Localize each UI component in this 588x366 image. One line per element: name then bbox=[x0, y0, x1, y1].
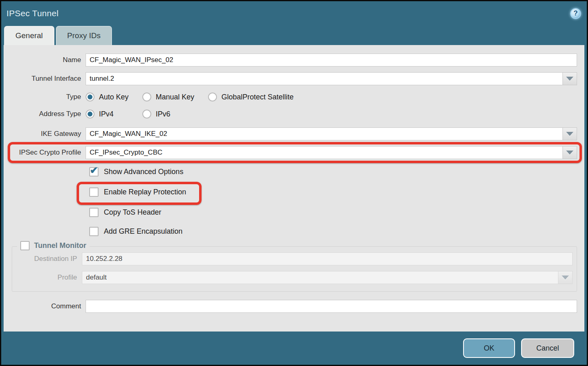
type-radio-group: Auto Key Manual Key GlobalProtect Satell… bbox=[86, 93, 294, 101]
destination-ip-label: Destination IP bbox=[16, 255, 82, 263]
add-gre-encapsulation-row: Add GRE Encapsulation bbox=[4, 226, 584, 237]
ok-button[interactable]: OK bbox=[463, 338, 515, 358]
tunnel-monitor-label: Tunnel Monitor bbox=[34, 241, 86, 250]
enable-replay-protection-label: Enable Replay Protection bbox=[104, 188, 186, 196]
profile-row: Profile bbox=[16, 271, 573, 284]
profile-input bbox=[82, 271, 558, 284]
destination-ip-row: Destination IP bbox=[16, 252, 573, 265]
tab-proxy-ids[interactable]: Proxy IDs bbox=[56, 26, 112, 45]
dialog-titlebar: IPSec Tunnel ? bbox=[1, 1, 587, 26]
chevron-down-icon bbox=[566, 77, 573, 81]
type-label: Type bbox=[4, 93, 86, 101]
address-type-radio-group: IPv4 IPv6 bbox=[86, 110, 170, 118]
name-label: Name bbox=[4, 56, 86, 64]
radio-ipv6[interactable]: IPv6 bbox=[142, 110, 170, 118]
radio-auto-key-label: Auto Key bbox=[99, 93, 129, 101]
address-type-row: Address Type IPv4 IPv6 bbox=[4, 110, 584, 118]
radio-circle-icon bbox=[86, 93, 94, 101]
tunnel-monitor-checkbox[interactable] bbox=[20, 241, 30, 250]
radio-circle-icon bbox=[142, 110, 151, 118]
show-advanced-options-row: ✔ Show Advanced Options bbox=[4, 166, 584, 177]
tab-general[interactable]: General bbox=[4, 26, 54, 45]
radio-ipv4-label: IPv4 bbox=[99, 110, 114, 118]
ike-gateway-input[interactable] bbox=[86, 127, 563, 140]
destination-ip-input bbox=[82, 252, 573, 265]
show-advanced-options-label: Show Advanced Options bbox=[104, 168, 183, 176]
tunnel-interface-row: Tunnel Interface bbox=[4, 72, 584, 85]
radio-manual-key[interactable]: Manual Key bbox=[142, 93, 208, 101]
enable-replay-protection-checkbox[interactable] bbox=[89, 187, 99, 197]
show-advanced-options-checkbox[interactable]: ✔ bbox=[89, 167, 99, 177]
profile-label: Profile bbox=[16, 273, 82, 282]
chevron-down-icon bbox=[566, 132, 573, 136]
radio-circle-icon bbox=[86, 110, 94, 118]
profile-dropdown-button bbox=[558, 271, 573, 284]
name-row: Name bbox=[4, 54, 584, 67]
ipsec-crypto-profile-row: IPSec Crypto Profile bbox=[4, 146, 584, 159]
copy-tos-header-row: Copy ToS Header bbox=[4, 207, 584, 217]
comment-row: Comment bbox=[4, 300, 584, 313]
address-type-label: Address Type bbox=[4, 110, 86, 118]
tab-bar: General Proxy IDs bbox=[1, 26, 587, 45]
tab-general-label: General bbox=[15, 31, 43, 40]
tunnel-monitor-fieldset: Tunnel Monitor Destination IP Profile bbox=[12, 246, 577, 292]
tunnel-interface-dropdown-button[interactable] bbox=[563, 72, 577, 85]
check-icon: ✔ bbox=[90, 165, 98, 176]
tunnel-interface-label: Tunnel Interface bbox=[4, 75, 86, 83]
type-row: Type Auto Key Manual Key GlobalProtect S… bbox=[4, 93, 584, 101]
radio-manual-key-label: Manual Key bbox=[156, 93, 194, 101]
copy-tos-header-label: Copy ToS Header bbox=[104, 208, 161, 217]
add-gre-encapsulation-label: Add GRE Encapsulation bbox=[104, 227, 182, 236]
comment-label: Comment bbox=[4, 302, 86, 310]
name-input[interactable] bbox=[86, 54, 577, 67]
radio-ipv6-label: IPv6 bbox=[156, 110, 170, 118]
radio-circle-icon bbox=[142, 93, 151, 101]
radio-circle-icon bbox=[208, 93, 217, 101]
dialog-title: IPSec Tunnel bbox=[6, 9, 59, 18]
ike-gateway-dropdown-button[interactable] bbox=[563, 127, 577, 140]
ipsec-crypto-profile-input[interactable] bbox=[86, 146, 563, 159]
ipsec-crypto-profile-dropdown-button[interactable] bbox=[563, 146, 577, 159]
radio-ipv4[interactable]: IPv4 bbox=[86, 110, 142, 118]
tunnel-interface-input[interactable] bbox=[86, 72, 563, 85]
general-tab-panel: Name Tunnel Interface Type Auto Key bbox=[4, 45, 584, 332]
chevron-down-icon bbox=[566, 151, 573, 155]
chevron-down-icon bbox=[562, 276, 569, 280]
tunnel-monitor-legend: Tunnel Monitor bbox=[17, 241, 90, 250]
dialog-footer: OK Cancel bbox=[1, 332, 587, 365]
radio-globalprotect-satellite[interactable]: GlobalProtect Satellite bbox=[208, 93, 294, 101]
add-gre-encapsulation-checkbox[interactable] bbox=[89, 227, 99, 236]
tab-proxy-ids-label: Proxy IDs bbox=[67, 31, 101, 40]
ike-gateway-row: IKE Gateway bbox=[4, 127, 584, 140]
copy-tos-header-checkbox[interactable] bbox=[89, 208, 99, 217]
comment-input[interactable] bbox=[86, 300, 577, 313]
enable-replay-protection-row: Enable Replay Protection bbox=[4, 187, 584, 197]
cancel-button[interactable]: Cancel bbox=[521, 338, 574, 358]
help-icon[interactable]: ? bbox=[570, 8, 581, 19]
ike-gateway-label: IKE Gateway bbox=[4, 130, 86, 138]
ipsec-crypto-profile-label: IPSec Crypto Profile bbox=[4, 149, 86, 157]
radio-auto-key[interactable]: Auto Key bbox=[86, 93, 142, 101]
ipsec-tunnel-dialog: IPSec Tunnel ? General Proxy IDs Name Tu… bbox=[0, 0, 588, 366]
radio-globalprotect-satellite-label: GlobalProtect Satellite bbox=[221, 93, 294, 101]
